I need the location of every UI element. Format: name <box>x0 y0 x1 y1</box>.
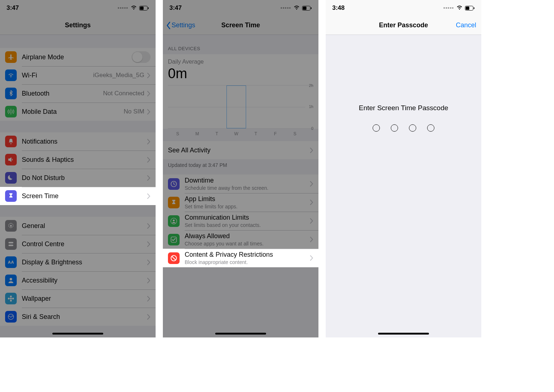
passcode-prompt: Enter Screen Time Passcode <box>359 104 448 112</box>
row-do-not-disturb[interactable]: Do Not Disturb <box>0 169 156 187</box>
wifi-icon <box>5 69 17 81</box>
passcode-dot <box>409 124 416 132</box>
svg-rect-4 <box>8 242 13 243</box>
row-sounds-haptics[interactable]: Sounds & Haptics <box>0 151 156 169</box>
chevron-right-icon <box>147 241 150 247</box>
toggle-switch[interactable] <box>132 51 150 63</box>
hourglass-icon <box>168 197 180 208</box>
row-general[interactable]: General <box>0 217 156 235</box>
row-content-privacy-restrictions[interactable]: Content & Privacy RestrictionsBlock inap… <box>163 249 318 267</box>
chevron-right-icon <box>147 223 150 229</box>
chart-ylabel-2h: 2h <box>309 83 313 88</box>
row-mobile-data[interactable]: Mobile DataNo SIM <box>0 103 156 121</box>
row-label: Content & Privacy Restrictions <box>185 251 273 259</box>
nav-bar: Enter Passcode Cancel <box>326 16 481 35</box>
row-bluetooth[interactable]: BluetoothNot Connected <box>0 84 156 103</box>
status-icons: ••••• <box>443 5 475 11</box>
row-label: Do Not Disturb <box>22 174 65 182</box>
chevron-right-icon <box>310 218 313 224</box>
row-notifications[interactable]: Notifications <box>0 132 156 151</box>
chevron-right-icon <box>147 260 150 265</box>
chart-ylabel-0: 0 <box>311 126 313 131</box>
svg-point-11 <box>8 298 10 300</box>
svg-rect-16 <box>311 7 312 9</box>
screen-time-screen: 3:47 ••••• Settings Screen Time All Devi… <box>163 0 318 337</box>
section-../all-devices: All Devices <box>163 35 318 54</box>
chart-day-label: W <box>226 131 246 136</box>
row-screen-time[interactable]: Screen Time <box>0 187 156 205</box>
check-icon <box>168 234 180 245</box>
wifi-icon <box>456 5 463 11</box>
status-icons: ••••• <box>117 5 149 11</box>
passcode-screen: 3:48 ••••• Enter Passcode Cancel Enter S… <box>326 0 481 337</box>
chevron-right-icon <box>310 181 313 187</box>
see-all-activity-row[interactable]: See All Activity <box>163 141 318 159</box>
bell-icon <box>5 136 17 147</box>
row-accessibility[interactable]: Accessibility <box>0 271 156 289</box>
back-button[interactable]: Settings <box>166 21 195 29</box>
row-downtime[interactable]: DowntimeSchedule time away from the scre… <box>163 175 318 193</box>
status-bar: 3:48 ••••• <box>326 0 481 16</box>
chevron-right-icon <box>310 237 313 242</box>
row-app-limits[interactable]: App LimitsSet time limits for apps. <box>163 193 318 212</box>
cellular-dots-icon: ••••• <box>443 5 454 11</box>
svg-point-10 <box>10 300 12 301</box>
usage-chart-card[interactable]: Daily Average 0m 2h 1h 0 SMTWTFS <box>163 54 318 129</box>
row-always-allowed[interactable]: Always AllowedChoose apps you want at al… <box>163 230 318 249</box>
row-label: Wi-Fi <box>22 72 37 79</box>
row-control-centre[interactable]: Control Centre <box>0 235 156 253</box>
chart-day-label: F <box>266 131 285 136</box>
svg-rect-1 <box>140 7 144 10</box>
svg-text:AA: AA <box>8 260 14 264</box>
updated-footnote: Updated today at 3:47 PM <box>163 159 318 171</box>
chevron-right-icon <box>147 193 150 199</box>
row-label: Notifications <box>22 138 57 145</box>
row-wi-fi[interactable]: Wi-FiiGeeks_Media_5G <box>0 66 156 84</box>
svg-point-12 <box>12 298 14 300</box>
row-siri-search[interactable]: Siri & Search <box>0 308 156 326</box>
row-value: No SIM <box>124 108 144 115</box>
airplane-icon <box>5 51 17 63</box>
settings-screen: 3:47 ••••• Settings Airplane ModeWi-FiiG… <box>0 0 156 337</box>
hourglass-icon <box>5 190 17 202</box>
svg-rect-23 <box>466 7 469 10</box>
chevron-right-icon <box>310 200 313 205</box>
cancel-button[interactable]: Cancel <box>456 21 476 29</box>
home-indicator[interactable] <box>52 333 103 335</box>
chevron-right-icon <box>147 314 150 320</box>
battery-icon <box>302 6 312 11</box>
battery-icon <box>465 6 475 11</box>
row-display-brightness[interactable]: AADisplay & Brightness <box>0 253 156 271</box>
nav-title: Screen Time <box>221 21 260 29</box>
passcode-dot <box>427 124 434 132</box>
chart-day-label: T <box>246 131 266 136</box>
battery-icon <box>139 6 149 11</box>
switches-icon <box>5 238 17 250</box>
chart-today-highlight <box>226 85 246 128</box>
antenna-icon <box>5 106 17 117</box>
home-indicator[interactable] <box>378 333 429 335</box>
back-label: Settings <box>172 21 195 29</box>
siri-icon <box>5 311 17 323</box>
row-label: Siri & Search <box>22 313 60 321</box>
status-time: 3:47 <box>169 4 182 12</box>
chevron-right-icon <box>147 91 150 96</box>
row-wallpaper[interactable]: Wallpaper <box>0 289 156 308</box>
home-indicator[interactable] <box>215 333 266 335</box>
wifi-icon <box>293 5 300 11</box>
chevron-right-icon <box>310 255 313 261</box>
row-subtitle: Block inappropriate content. <box>185 259 273 265</box>
row-communication-limits[interactable]: Communication LimitsSet limits based on … <box>163 212 318 230</box>
row-airplane-mode[interactable]: Airplane Mode <box>0 48 156 66</box>
chevron-right-icon <box>147 109 150 115</box>
row-label: Display & Brightness <box>22 259 82 266</box>
row-label: Bluetooth <box>22 90 49 97</box>
person-icon <box>5 275 17 286</box>
status-time: 3:48 <box>332 4 345 12</box>
row-value: iGeeks_Media_5G <box>93 72 144 79</box>
passcode-dot <box>391 124 398 132</box>
chevron-right-icon <box>147 296 150 301</box>
chart-day-label: S <box>168 131 188 136</box>
aa-icon: AA <box>5 256 17 268</box>
svg-rect-5 <box>8 245 13 246</box>
